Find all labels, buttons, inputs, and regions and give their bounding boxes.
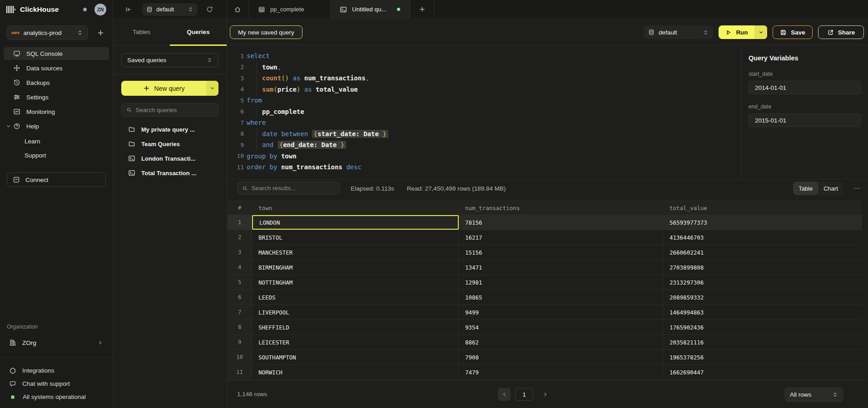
column-header-town[interactable]: town: [252, 201, 459, 215]
sidebar-item-integrations[interactable]: Integrations: [0, 364, 113, 377]
table-cell[interactable]: 4136446703: [663, 230, 862, 245]
table-cell[interactable]: 1765902436: [663, 320, 862, 334]
new-query-button[interactable]: New query: [121, 81, 218, 96]
share-button[interactable]: Share: [818, 25, 864, 39]
table-row[interactable]: 11NORWICH74791662690447: [228, 365, 862, 380]
table-cell[interactable]: 2089859332: [663, 290, 862, 305]
table-cell[interactable]: LONDON: [252, 215, 459, 230]
query-variable-chip[interactable]: {end_date: Date }: [278, 141, 346, 149]
sidebar-item-data-sources[interactable]: Data sources: [4, 62, 109, 74]
run-button[interactable]: Run: [719, 25, 767, 39]
tab-tables[interactable]: Tables: [113, 19, 170, 45]
previous-page-button[interactable]: [498, 388, 511, 401]
table-cell[interactable]: 56593977373: [663, 215, 862, 230]
topbar-database-selector[interactable]: default: [142, 3, 198, 16]
table-row[interactable]: 6LEEDS108652089859332: [228, 290, 862, 305]
column-header-total_value[interactable]: total_value: [663, 201, 862, 215]
page-number[interactable]: 1: [515, 388, 533, 401]
view-chart-button[interactable]: Chart: [818, 182, 843, 195]
query-list-item[interactable]: My private query ...: [121, 122, 218, 137]
column-header-num_transactions[interactable]: num_transactions: [459, 201, 663, 215]
table-cell[interactable]: 7479: [459, 365, 663, 379]
table-cell[interactable]: 1464994863: [663, 305, 862, 320]
query-list-item[interactable]: Team Queries: [121, 137, 218, 151]
table-cell[interactable]: 10865: [459, 290, 663, 305]
table-row[interactable]: 5NOTTINGHAM129812313297306: [228, 275, 862, 290]
table-row[interactable]: 8SHEFFIELD93541765902436: [228, 320, 862, 335]
sidebar-item-support[interactable]: Support: [4, 148, 109, 162]
sidebar-item-monitoring[interactable]: Monitoring: [4, 105, 109, 118]
query-list-item[interactable]: Total Transaction ...: [121, 166, 218, 180]
table-cell[interactable]: 2035821116: [663, 335, 862, 349]
table-cell[interactable]: MANCHESTER: [252, 245, 459, 260]
sidebar-item-system-status[interactable]: All systems operational: [0, 390, 113, 403]
new-query-main[interactable]: New query: [121, 81, 206, 96]
table-row[interactable]: 3MANCHESTER151562660602241: [228, 245, 862, 260]
sidebar-item-sql-console[interactable]: SQL Console: [4, 47, 109, 60]
tab-queries[interactable]: Queries: [170, 19, 227, 45]
table-cell[interactable]: 7908: [459, 350, 663, 364]
page-size-selector[interactable]: All rows: [784, 387, 843, 402]
code-line[interactable]: 10group by town: [228, 151, 741, 162]
table-cell[interactable]: 15156: [459, 245, 663, 260]
table-cell[interactable]: LEICESTER: [252, 335, 459, 349]
table-cell[interactable]: BRISTOL: [252, 230, 459, 245]
table-cell[interactable]: 13471: [459, 260, 663, 275]
code-line[interactable]: 2 town,: [228, 62, 741, 73]
next-page-button[interactable]: [542, 391, 549, 398]
editor-database-selector[interactable]: default: [644, 25, 713, 39]
table-cell[interactable]: 9354: [459, 320, 663, 334]
table-row[interactable]: 10SOUTHAMPTON79081965378256: [228, 350, 862, 365]
new-query-dropdown[interactable]: [206, 81, 218, 96]
sidebar-item-backups[interactable]: Backups: [4, 76, 109, 89]
code-line[interactable]: 3 count() as num_transactions,: [228, 73, 741, 84]
table-cell[interactable]: BIRMINGHAM: [252, 260, 459, 275]
code-line[interactable]: 1select: [228, 50, 741, 62]
sql-editor[interactable]: 1select2 town,3 count() as num_transacti…: [228, 45, 741, 179]
avatar[interactable]: ZN: [94, 4, 106, 15]
table-cell[interactable]: 1965378256: [663, 350, 862, 364]
table-cell[interactable]: 16217: [459, 230, 663, 245]
saved-queries-selector[interactable]: Saved queries: [121, 53, 218, 67]
code-line[interactable]: 7where: [228, 117, 741, 128]
table-cell[interactable]: 1662690447: [663, 365, 862, 379]
table-row[interactable]: 2BRISTOL162174136446703: [228, 230, 862, 245]
sidebar-item-chat-support[interactable]: Chat with support: [0, 377, 113, 390]
code-line[interactable]: 9 and {end_date: Date }: [228, 139, 741, 151]
add-service-button[interactable]: [94, 27, 106, 39]
view-table-button[interactable]: Table: [793, 182, 818, 195]
table-cell[interactable]: 2703899808: [663, 260, 862, 275]
run-main[interactable]: Run: [719, 25, 754, 39]
code-line[interactable]: 5from: [228, 95, 741, 106]
code-line[interactable]: 11order by num_transactions desc: [228, 162, 741, 173]
sidebar-item-settings[interactable]: Settings: [4, 91, 109, 103]
table-cell[interactable]: LIVERPOOL: [252, 305, 459, 320]
column-header-index[interactable]: #: [228, 201, 252, 215]
table-cell[interactable]: 78156: [459, 215, 663, 230]
tab-untitled-query[interactable]: Untitled qu...: [331, 0, 411, 19]
table-cell[interactable]: 2313297306: [663, 275, 862, 290]
code-line[interactable]: 6 pp_complete: [228, 106, 741, 118]
tab-pp-complete[interactable]: pp_complete: [249, 0, 331, 19]
run-options-dropdown[interactable]: [754, 25, 767, 39]
query-variable-chip[interactable]: {start_date: Date }: [312, 130, 388, 138]
table-cell[interactable]: 9499: [459, 305, 663, 320]
code-line[interactable]: 4 sum(price) as total_value: [228, 84, 741, 95]
table-cell[interactable]: 8862: [459, 335, 663, 349]
end-date-field[interactable]: [749, 113, 861, 127]
table-cell[interactable]: SOUTHAMPTON: [252, 350, 459, 364]
tab-home[interactable]: [227, 0, 249, 19]
code-line[interactable]: 8 date between {start_date: Date }: [228, 128, 741, 140]
sidebar-item-learn[interactable]: Learn: [4, 134, 109, 148]
table-row[interactable]: 7LIVERPOOL94991464994863: [228, 305, 862, 320]
table-cell[interactable]: 12981: [459, 275, 663, 290]
connect-button[interactable]: Connect: [7, 172, 106, 187]
table-row[interactable]: 1LONDON7815656593977373: [228, 215, 862, 230]
table-row[interactable]: 9LEICESTER88622035821116: [228, 335, 862, 350]
new-tab-button[interactable]: [411, 0, 434, 19]
search-results-input[interactable]: [252, 185, 335, 192]
search-queries-input[interactable]: [136, 107, 214, 113]
query-list-item[interactable]: London Transacti...: [121, 151, 218, 166]
table-cell[interactable]: SHEFFIELD: [252, 320, 459, 334]
table-row[interactable]: 4BIRMINGHAM134712703899808: [228, 260, 862, 275]
